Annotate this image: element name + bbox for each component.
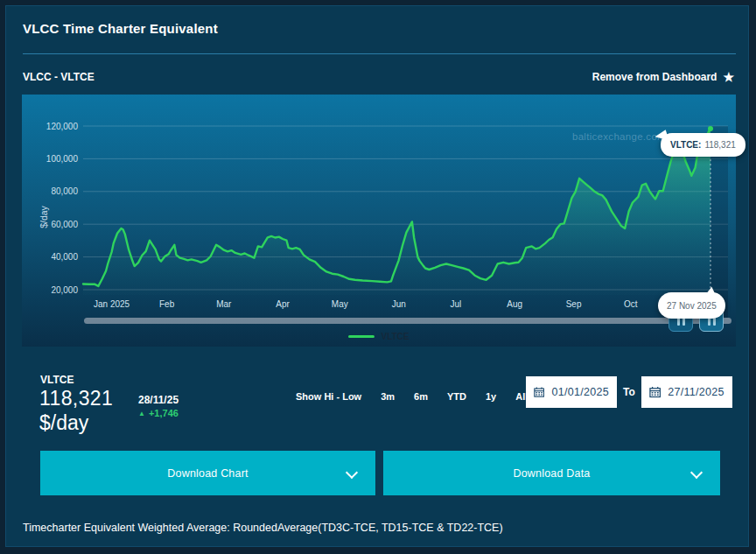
stat-unit: $/day bbox=[39, 411, 88, 435]
svg-text:Jan 2025: Jan 2025 bbox=[94, 299, 130, 309]
stat-change: ▲ +1,746 bbox=[138, 408, 178, 418]
date-range-controls: 01/01/2025 To 27/11/2025 bbox=[526, 375, 732, 409]
footer-note: Timecharter Equivalent Weighted Average:… bbox=[23, 522, 503, 534]
range-3m-button[interactable]: 3m bbox=[381, 391, 395, 402]
title-divider bbox=[23, 53, 736, 54]
svg-text:80,000: 80,000 bbox=[51, 186, 78, 196]
svg-text:Aug: Aug bbox=[507, 299, 522, 309]
legend-item-vltce[interactable]: VLTCE bbox=[22, 332, 736, 341]
download-chart-label: Download Chart bbox=[167, 467, 248, 480]
svg-text:May: May bbox=[332, 299, 348, 309]
download-data-label: Download Data bbox=[513, 467, 590, 480]
remove-from-dashboard-button[interactable]: Remove from Dashboard ★ bbox=[592, 71, 734, 83]
stat-date: 28/11/25 bbox=[138, 394, 178, 406]
dashboard-panel: VLCC Time Charter Equivalent VLCC - VLTC… bbox=[5, 5, 749, 547]
remove-from-dashboard-label: Remove from Dashboard bbox=[592, 71, 718, 83]
stat-series-label: VLTCE bbox=[40, 374, 74, 386]
svg-text:Apr: Apr bbox=[276, 299, 290, 309]
tooltip-value: 118,321 bbox=[704, 140, 735, 150]
chevron-down-icon bbox=[690, 466, 703, 478]
value-tooltip: VLTCE: 118,321 bbox=[661, 133, 746, 157]
chart-area[interactable]: 20,00040,00060,00080,000100,000120,000$/… bbox=[22, 95, 736, 347]
legend-swatch bbox=[348, 335, 374, 338]
calendar-icon bbox=[534, 385, 544, 399]
date-to-input[interactable]: 27/11/2025 bbox=[641, 376, 732, 408]
range-1y-button[interactable]: 1y bbox=[486, 391, 496, 402]
svg-text:120,000: 120,000 bbox=[46, 122, 79, 131]
svg-text:100,000: 100,000 bbox=[46, 154, 79, 164]
svg-text:Jul: Jul bbox=[451, 299, 462, 309]
range-ytd-button[interactable]: YTD bbox=[447, 391, 466, 402]
range-controls: Show Hi - Low 3m 6m YTD 1y All bbox=[296, 391, 528, 402]
download-chart-button[interactable]: Download Chart bbox=[40, 451, 375, 495]
chart-title: VLCC - VLTCE bbox=[23, 71, 94, 83]
calendar-icon bbox=[649, 385, 661, 399]
date-to-value: 27/11/2025 bbox=[668, 386, 724, 398]
chart-header-row: VLCC - VLTCE Remove from Dashboard ★ bbox=[23, 71, 734, 83]
svg-text:Mar: Mar bbox=[216, 299, 232, 309]
chart-scrollbar[interactable] bbox=[84, 318, 732, 324]
svg-text:20,000: 20,000 bbox=[51, 285, 78, 295]
stat-value: 118,321 bbox=[39, 387, 113, 410]
range-6m-button[interactable]: 6m bbox=[414, 391, 428, 402]
to-label: To bbox=[623, 386, 635, 398]
chevron-down-icon bbox=[346, 466, 358, 478]
star-icon: ★ bbox=[723, 72, 734, 82]
svg-text:40,000: 40,000 bbox=[51, 252, 78, 262]
svg-text:Feb: Feb bbox=[159, 299, 175, 309]
show-hi-low-toggle[interactable]: Show Hi - Low bbox=[296, 391, 361, 402]
date-from-input[interactable]: 01/01/2025 bbox=[526, 376, 617, 408]
tooltip-series-label: VLTCE: bbox=[670, 140, 701, 150]
download-data-button[interactable]: Download Data bbox=[383, 451, 720, 495]
svg-text:Oct: Oct bbox=[624, 299, 638, 309]
page-title: VLCC Time Charter Equivalent bbox=[23, 21, 218, 36]
svg-text:60,000: 60,000 bbox=[51, 220, 78, 229]
date-from-value: 01/01/2025 bbox=[551, 386, 609, 398]
date-tooltip: 27 Nov 2025 bbox=[658, 292, 725, 319]
stat-change-value: +1,746 bbox=[149, 408, 178, 418]
up-arrow-icon: ▲ bbox=[138, 410, 145, 417]
svg-text:Jun: Jun bbox=[392, 299, 406, 309]
legend-label: VLTCE bbox=[381, 332, 409, 341]
svg-text:Sep: Sep bbox=[566, 299, 582, 309]
svg-text:balticexchange.com: balticexchange.com bbox=[572, 131, 666, 142]
svg-text:$/day: $/day bbox=[38, 205, 49, 228]
